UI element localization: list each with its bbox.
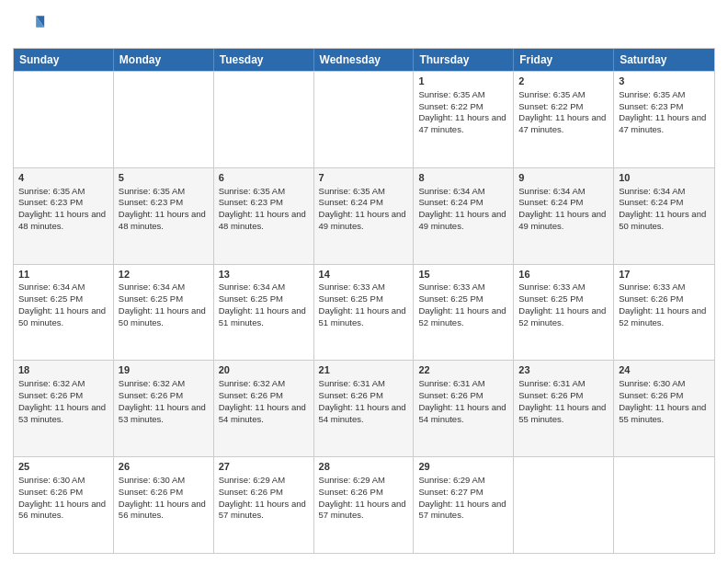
day-info: Daylight: 11 hours and 49 minutes. xyxy=(418,209,508,233)
day-info: Sunrise: 6:35 AM xyxy=(219,186,309,198)
day-info: Daylight: 11 hours and 52 minutes. xyxy=(418,305,508,329)
day-info: Sunset: 6:23 PM xyxy=(119,197,209,209)
day-info: Sunrise: 6:33 AM xyxy=(518,282,609,293)
day-info: Sunrise: 6:35 AM xyxy=(319,186,409,198)
day-info: Daylight: 11 hours and 56 minutes. xyxy=(18,499,108,523)
day-info: Sunrise: 6:35 AM xyxy=(518,89,609,101)
day-info: Sunset: 6:24 PM xyxy=(619,197,710,209)
calendar-cell: 24Sunrise: 6:30 AMSunset: 6:26 PMDayligh… xyxy=(614,361,714,456)
day-number: 29 xyxy=(418,460,508,474)
day-info: Sunrise: 6:33 AM xyxy=(619,282,710,293)
calendar-cell: 23Sunrise: 6:31 AMSunset: 6:26 PMDayligh… xyxy=(514,361,614,456)
day-info: Daylight: 11 hours and 54 minutes. xyxy=(418,402,508,426)
day-info: Sunrise: 6:30 AM xyxy=(119,475,209,487)
day-info: Sunset: 6:26 PM xyxy=(619,293,710,305)
day-info: Sunrise: 6:31 AM xyxy=(319,378,409,390)
calendar-cell: 3Sunrise: 6:35 AMSunset: 6:23 PMDaylight… xyxy=(614,72,714,167)
calendar-cell: 6Sunrise: 6:35 AMSunset: 6:23 PMDaylight… xyxy=(214,168,314,264)
day-number: 25 xyxy=(18,460,108,474)
day-info: Daylight: 11 hours and 50 minutes. xyxy=(619,209,710,233)
calendar-cell: 18Sunrise: 6:32 AMSunset: 6:26 PMDayligh… xyxy=(14,361,114,456)
header-day-monday: Monday xyxy=(114,49,214,71)
day-number: 16 xyxy=(518,268,609,282)
day-info: Sunrise: 6:32 AM xyxy=(18,378,108,390)
day-info: Daylight: 11 hours and 47 minutes. xyxy=(518,112,609,136)
day-info: Sunset: 6:25 PM xyxy=(18,293,108,305)
day-number: 18 xyxy=(18,363,108,377)
logo-icon xyxy=(13,9,46,42)
day-info: Daylight: 11 hours and 56 minutes. xyxy=(119,499,209,523)
day-info: Daylight: 11 hours and 49 minutes. xyxy=(518,209,609,233)
day-number: 7 xyxy=(319,171,409,185)
day-number: 27 xyxy=(219,460,309,474)
calendar-cell: 25Sunrise: 6:30 AMSunset: 6:26 PMDayligh… xyxy=(14,457,114,553)
calendar-week-1: 1Sunrise: 6:35 AMSunset: 6:22 PMDaylight… xyxy=(14,71,714,167)
day-info: Sunrise: 6:35 AM xyxy=(18,186,108,198)
day-info: Sunrise: 6:30 AM xyxy=(18,475,108,487)
day-info: Sunset: 6:26 PM xyxy=(319,390,409,402)
calendar-cell: 27Sunrise: 6:29 AMSunset: 6:26 PMDayligh… xyxy=(214,457,314,553)
day-info: Daylight: 11 hours and 48 minutes. xyxy=(219,209,309,233)
day-info: Daylight: 11 hours and 54 minutes. xyxy=(219,402,309,426)
calendar-cell: 5Sunrise: 6:35 AMSunset: 6:23 PMDaylight… xyxy=(114,168,214,264)
day-number: 21 xyxy=(319,363,409,377)
calendar-cell: 11Sunrise: 6:34 AMSunset: 6:25 PMDayligh… xyxy=(14,265,114,361)
day-info: Sunrise: 6:31 AM xyxy=(418,378,508,390)
day-number: 11 xyxy=(18,268,108,282)
day-info: Daylight: 11 hours and 57 minutes. xyxy=(319,499,409,523)
calendar-cell: 22Sunrise: 6:31 AMSunset: 6:26 PMDayligh… xyxy=(414,361,514,456)
day-info: Sunset: 6:23 PM xyxy=(18,197,108,209)
calendar-cell: 12Sunrise: 6:34 AMSunset: 6:25 PMDayligh… xyxy=(114,265,214,361)
calendar-cell: 7Sunrise: 6:35 AMSunset: 6:24 PMDaylight… xyxy=(314,168,415,264)
day-info: Daylight: 11 hours and 55 minutes. xyxy=(619,402,710,426)
calendar-cell xyxy=(514,457,614,553)
page-header xyxy=(13,9,715,42)
day-info: Sunrise: 6:32 AM xyxy=(119,378,209,390)
day-info: Daylight: 11 hours and 48 minutes. xyxy=(18,209,108,233)
day-info: Sunrise: 6:34 AM xyxy=(619,186,710,198)
day-info: Sunset: 6:26 PM xyxy=(219,487,309,499)
calendar-cell: 29Sunrise: 6:29 AMSunset: 6:27 PMDayligh… xyxy=(414,457,514,553)
day-info: Sunset: 6:25 PM xyxy=(418,293,508,305)
logo xyxy=(13,9,50,42)
day-number: 1 xyxy=(418,75,508,88)
day-info: Sunset: 6:24 PM xyxy=(518,197,609,209)
calendar-cell xyxy=(114,72,214,167)
header-day-wednesday: Wednesday xyxy=(314,49,415,71)
day-info: Sunset: 6:26 PM xyxy=(18,487,108,499)
day-number: 26 xyxy=(119,460,209,474)
calendar-week-4: 18Sunrise: 6:32 AMSunset: 6:26 PMDayligh… xyxy=(14,360,714,456)
calendar-cell: 19Sunrise: 6:32 AMSunset: 6:26 PMDayligh… xyxy=(114,361,214,456)
calendar-week-5: 25Sunrise: 6:30 AMSunset: 6:26 PMDayligh… xyxy=(14,456,714,553)
day-number: 28 xyxy=(319,460,409,474)
day-info: Daylight: 11 hours and 47 minutes. xyxy=(418,112,508,136)
header-day-tuesday: Tuesday xyxy=(214,49,314,71)
day-info: Sunset: 6:27 PM xyxy=(418,487,508,499)
calendar: SundayMondayTuesdayWednesdayThursdayFrid… xyxy=(13,48,715,554)
calendar-cell: 16Sunrise: 6:33 AMSunset: 6:25 PMDayligh… xyxy=(514,265,614,361)
calendar-cell xyxy=(614,457,714,553)
calendar-week-2: 4Sunrise: 6:35 AMSunset: 6:23 PMDaylight… xyxy=(14,167,714,264)
day-info: Daylight: 11 hours and 48 minutes. xyxy=(119,209,209,233)
header-day-sunday: Sunday xyxy=(14,49,114,71)
day-info: Sunset: 6:26 PM xyxy=(18,390,108,402)
calendar-week-3: 11Sunrise: 6:34 AMSunset: 6:25 PMDayligh… xyxy=(14,264,714,361)
day-info: Daylight: 11 hours and 53 minutes. xyxy=(119,402,209,426)
header-day-saturday: Saturday xyxy=(614,49,714,71)
day-info: Sunrise: 6:34 AM xyxy=(418,186,508,198)
day-number: 6 xyxy=(219,171,309,185)
day-info: Sunrise: 6:29 AM xyxy=(319,475,409,487)
calendar-cell: 4Sunrise: 6:35 AMSunset: 6:23 PMDaylight… xyxy=(14,168,114,264)
calendar-cell: 17Sunrise: 6:33 AMSunset: 6:26 PMDayligh… xyxy=(614,265,714,361)
day-info: Sunset: 6:24 PM xyxy=(319,197,409,209)
day-info: Sunset: 6:26 PM xyxy=(219,390,309,402)
day-info: Sunrise: 6:30 AM xyxy=(619,378,710,390)
day-info: Daylight: 11 hours and 50 minutes. xyxy=(119,305,209,329)
day-info: Sunrise: 6:35 AM xyxy=(418,89,508,101)
day-info: Sunrise: 6:34 AM xyxy=(219,282,309,293)
day-info: Daylight: 11 hours and 51 minutes. xyxy=(219,305,309,329)
day-number: 2 xyxy=(518,75,609,88)
day-info: Sunrise: 6:34 AM xyxy=(518,186,609,198)
calendar-cell xyxy=(314,72,415,167)
day-info: Daylight: 11 hours and 50 minutes. xyxy=(18,305,108,329)
